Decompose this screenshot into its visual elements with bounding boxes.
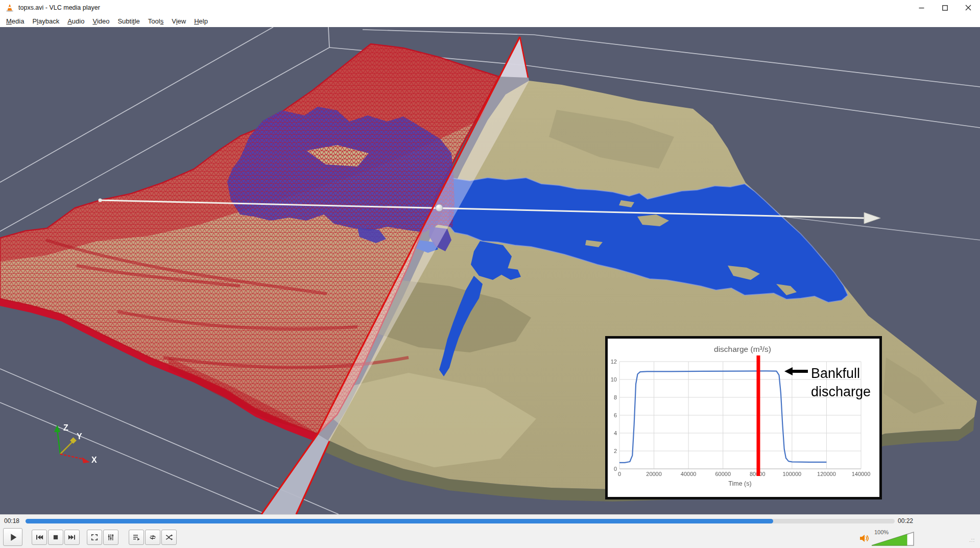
flood-overlay (227, 107, 455, 251)
x-tick-label: 60000 (715, 471, 731, 477)
playlist-icon (132, 533, 141, 542)
seek-progress (26, 519, 773, 523)
speaker-icon[interactable] (859, 533, 869, 543)
discharge-chart: 0200004000060000800001000001200001400000… (608, 339, 879, 497)
x-tick-label: 40000 (681, 471, 697, 477)
section-line-arrowhead (864, 212, 880, 224)
cross-section-line (99, 199, 865, 219)
axis-triad: Z Y X (54, 423, 97, 464)
annotation-line-1: Bankfull (811, 366, 860, 381)
vlc-cone-icon (5, 3, 14, 12)
title-bar: topxs.avi - VLC media player (0, 0, 980, 15)
water-islands (585, 200, 797, 295)
loop-icon (148, 533, 157, 542)
cross-section-plane (261, 37, 529, 514)
x-tick-label: 0 (618, 471, 621, 477)
chart-annotation: Bankfull discharge (784, 366, 871, 399)
section-line-handle[interactable] (436, 204, 443, 211)
fullscreen-icon (90, 533, 99, 542)
shuffle-icon (164, 533, 174, 542)
mesh-ridge-lines (46, 240, 409, 368)
resize-grip[interactable]: .:: (969, 537, 975, 543)
menu-media[interactable]: Media (2, 16, 28, 26)
y-tick-label: 2 (614, 448, 617, 454)
close-icon (965, 5, 971, 11)
next-button[interactable] (64, 530, 80, 545)
previous-button[interactable] (32, 530, 47, 545)
close-button[interactable] (957, 0, 980, 15)
axis-x-label: X (91, 456, 97, 464)
shuffle-button[interactable] (161, 530, 177, 545)
control-bar: 00:18 00:22 (0, 514, 980, 548)
y-tick-label: 6 (614, 412, 617, 418)
window-title: topxs.avi - VLC media player (18, 4, 100, 11)
y-tick-label: 10 (611, 376, 617, 383)
vlc-window: topxs.avi - VLC media player MediaPlayba… (0, 0, 980, 548)
x-tick-label: 120000 (817, 471, 836, 477)
chart-x-axis-label: Time (s) (728, 480, 751, 487)
minimize-button[interactable] (910, 0, 933, 15)
maximize-icon (942, 5, 948, 11)
minimize-icon (919, 5, 924, 11)
elapsed-time: 00:18 (4, 517, 19, 525)
next-icon (67, 533, 77, 542)
loop-button[interactable] (145, 530, 160, 545)
y-tick-label: 8 (614, 394, 617, 400)
playlist-button[interactable] (129, 530, 144, 545)
menu-subtitle[interactable]: Subtitle (113, 16, 144, 26)
chart-title: discharge (m³/s) (714, 345, 771, 353)
inset-chart: 0200004000060000800001000001200001400000… (605, 336, 882, 499)
stop-icon (51, 533, 60, 542)
y-tick-label: 4 (614, 430, 617, 436)
annotation-line-2: discharge (811, 384, 871, 399)
seek-slider[interactable] (26, 519, 895, 523)
menu-items: MediaPlaybackAudioVideoSubtitleToolsView… (2, 16, 212, 26)
menu-video[interactable]: Video (88, 16, 113, 26)
equalizer-icon (106, 533, 115, 542)
menu-bar: MediaPlaybackAudioVideoSubtitleToolsView… (0, 15, 980, 27)
mesh-side-face (0, 299, 318, 442)
menu-playback[interactable]: Playback (28, 16, 63, 26)
previous-icon (35, 533, 44, 542)
menu-tools[interactable]: Tools (144, 16, 168, 26)
axis-y-label: Y (77, 432, 82, 441)
maximize-button[interactable] (933, 0, 957, 15)
x-tick-label: 140000 (852, 471, 871, 477)
volume-slider[interactable] (871, 531, 915, 547)
play-icon (7, 532, 18, 543)
annotation-arrow-icon (784, 367, 808, 375)
axis-z-label: Z (63, 423, 68, 432)
y-tick-label: 12 (611, 359, 617, 365)
y-tick-label: 0 (614, 466, 617, 472)
total-time: 00:22 (898, 517, 913, 525)
menu-view[interactable]: View (168, 16, 190, 26)
play-button[interactable] (3, 528, 22, 546)
fullscreen-button[interactable] (87, 530, 102, 545)
extended-settings-button[interactable] (103, 530, 118, 545)
video-surface[interactable]: Z Y X 0200004000060000800001000001200001… (0, 27, 980, 514)
menu-help[interactable]: Help (190, 16, 212, 26)
x-tick-label: 20000 (646, 471, 662, 477)
terrain-mesh (0, 44, 499, 442)
menu-audio[interactable]: Audio (63, 16, 88, 26)
stop-button[interactable] (48, 530, 63, 545)
x-tick-label: 100000 (782, 471, 801, 477)
